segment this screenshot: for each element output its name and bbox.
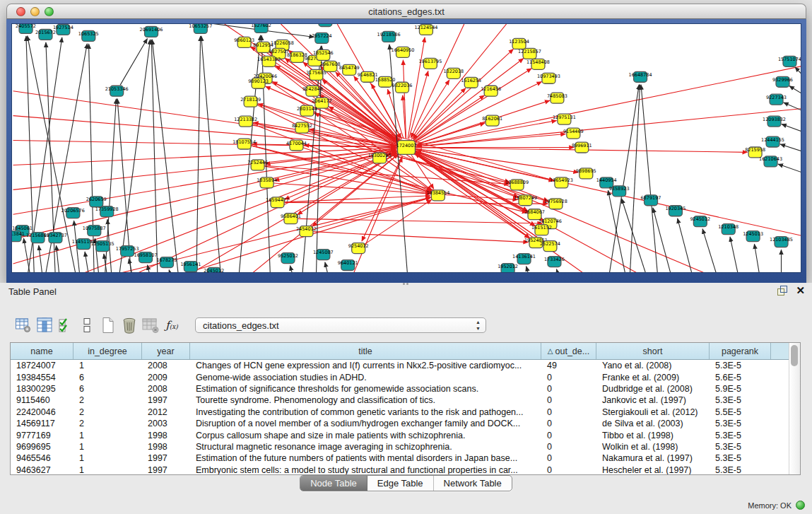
application-window: citations_edges.txt 17240071830029598601… [0, 0, 812, 514]
table-cell: 1997 [142, 465, 190, 475]
table-cell: Yano et al. (2008) [596, 361, 710, 370]
column-settings-icon [36, 317, 53, 334]
graph-node-label: 19342737 [44, 233, 67, 238]
citation-network-graph[interactable]: 1724007183002959860123891295418226058982… [12, 24, 801, 273]
column-header-out-de-[interactable]: △out_de... [541, 343, 596, 359]
table-cell: 2003 [142, 419, 190, 428]
table-cell: 9777169 [11, 431, 73, 440]
graph-node-label: 9898695 [576, 168, 596, 174]
network-canvas[interactable]: 1724007183002959860123891295418226058982… [11, 23, 801, 273]
table-cell: 0 [541, 431, 596, 440]
teal-graph-node[interactable] [319, 24, 332, 26]
graph-node-label: 2405572 [16, 24, 36, 29]
table-cell: Tibbo et al. (1998) [596, 431, 710, 440]
delete-table-button[interactable] [119, 315, 140, 335]
graph-node-label: 9254012 [348, 243, 369, 249]
table-cell: Disruption of a novel member of a sodium… [190, 419, 541, 428]
select-columns-button[interactable] [55, 315, 76, 335]
table-cell: 0 [541, 419, 596, 428]
tab-edge-table[interactable]: Edge Table [367, 476, 434, 491]
table-row[interactable]: 1872400712008Changes of HCN gene express… [11, 360, 800, 371]
graph-node-label: 16120746 [539, 218, 562, 224]
table-cell: 6 [73, 384, 142, 394]
table-row[interactable]: 2242004622012Investigating the contribut… [11, 407, 800, 418]
trash-icon [121, 317, 138, 334]
graph-node-label: 3913841 [12, 231, 25, 237]
table-cell: 1997 [142, 395, 190, 405]
table-cell: 1 [73, 453, 142, 463]
table-cell: Investigating the contribution of common… [190, 407, 541, 417]
table-tabs-bar: Node TableEdge TableNetwork Table [0, 475, 812, 491]
table-row[interactable]: 1830029562008Estimation of significance … [11, 383, 800, 395]
graph-node-label: 1835894 [257, 177, 277, 183]
table-cell: 14569117 [11, 419, 73, 428]
table-row[interactable]: 911546021997Tourette syndrome. Phenomeno… [11, 395, 800, 406]
graph-node-label: 2803144 [297, 106, 317, 112]
table-row[interactable]: 1938455462009Genome-wide association stu… [11, 371, 800, 382]
scrollbar-thumb[interactable] [791, 345, 798, 366]
graph-node-label: 1920345 [666, 206, 686, 211]
graph-node-label: 2620659 [86, 197, 107, 202]
table-body: 1872400712008Changes of HCN gene express… [11, 360, 800, 475]
graph-node-label: 12505135 [91, 241, 114, 247]
graph-node-label: 1845061 [12, 226, 33, 231]
graph-node-label: 8215958 [745, 147, 765, 153]
table-selector-dropdown[interactable]: citations_edges.txt ▲▼ [195, 317, 486, 333]
column-header-short[interactable]: short [596, 343, 710, 359]
table-cell: 2 [73, 407, 142, 417]
graph-node-label: 16594477 [266, 197, 289, 203]
table-cell: Changes of HCN gene expression and I(f) … [190, 361, 541, 370]
table-cell: 9699695 [11, 442, 73, 452]
table-row[interactable]: 977716911998Corpus callosum shape and si… [11, 429, 800, 440]
graph-node-label: 10653257 [189, 24, 212, 29]
checklist-icon [57, 317, 74, 334]
graph-node-label: 1123504 [509, 39, 529, 45]
table-row[interactable]: 946554611997Estimation of the future num… [11, 452, 800, 464]
table-cell: 1998 [142, 442, 190, 452]
graph-node-label: 18807249 [514, 195, 537, 201]
new-document-icon [100, 317, 117, 334]
table-cell: 5.3E-5 [710, 361, 771, 370]
graph-node-label: 3175685 [306, 70, 326, 76]
column-header-in-degree[interactable]: in_degree [73, 343, 142, 359]
column-header-name[interactable]: name [11, 343, 73, 359]
table-row[interactable]: 946362711997Embryonic stem cells: a mode… [11, 465, 800, 475]
table-cell: 9115460 [11, 395, 73, 405]
table-cell: 1 [73, 431, 142, 440]
tab-node-table[interactable]: Node Table [300, 476, 367, 491]
graph-node-label: 12975131 [553, 115, 576, 120]
table-selector-value: citations_edges.txt [203, 320, 279, 331]
close-panel-icon[interactable]: ✕ [796, 286, 805, 296]
table-cell: 6 [73, 373, 142, 382]
table-cell: 18724007 [11, 361, 73, 370]
column-settings-button[interactable] [34, 315, 55, 335]
column-header-pagerank[interactable]: pagerank [710, 343, 771, 359]
graph-node-label: 9640121 [338, 260, 358, 266]
graph-node-label: 15751074 [778, 57, 801, 62]
table-row[interactable]: 969969511998Structural magnetic resonanc… [11, 441, 800, 452]
graph-node-label: 1733426 [544, 257, 565, 262]
table-cell: 2008 [142, 361, 190, 370]
table-settings-button[interactable] [13, 315, 34, 335]
graph-node-label: 16648784 [629, 72, 652, 78]
table-cell: 0 [541, 373, 596, 382]
tab-network-table[interactable]: Network Table [434, 476, 512, 491]
table-cell: 22420046 [11, 407, 73, 417]
graph-node-label: 2045012 [204, 268, 224, 273]
graph-node-label: 1852546 [313, 50, 334, 56]
column-header-year[interactable]: year [142, 343, 190, 359]
function-builder-button[interactable]: ƒ(x) [161, 315, 182, 335]
window-titlebar[interactable]: citations_edges.txt [6, 4, 806, 19]
column-header-title[interactable]: title [190, 343, 541, 359]
graph-node-label: 16640950 [392, 47, 415, 53]
table-cell: 5.3E-5 [710, 419, 771, 428]
graph-node-label: 18226058 [271, 40, 294, 46]
graph-node-label: 8427552 [292, 123, 312, 129]
float-panel-icon[interactable] [777, 286, 787, 296]
vertical-scrollbar[interactable] [789, 343, 800, 474]
new-table-button[interactable] [98, 315, 119, 335]
merge-rows-button[interactable] [76, 315, 98, 335]
graph-node-label: 2967608 [320, 62, 341, 67]
delete-column-button-disabled [140, 315, 161, 335]
table-row[interactable]: 1456911722003Disruption of a novel membe… [11, 418, 800, 429]
